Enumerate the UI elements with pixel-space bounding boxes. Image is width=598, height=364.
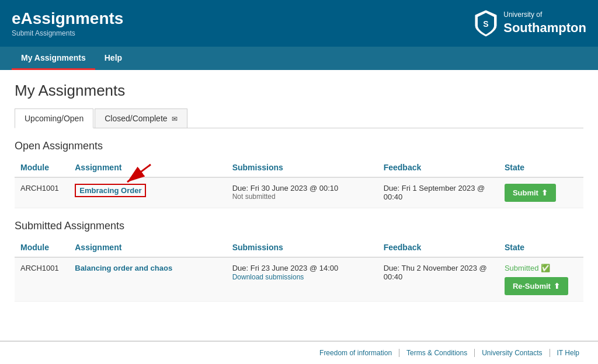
col-header-module: Module [15,158,69,177]
university-logo: S University of Southampton [473,9,586,38]
sub-col-header-feedback: Feedback [378,238,499,257]
sub-col-header-module: Module [15,238,69,257]
sub-col-header-submissions: Submissions [227,238,378,257]
page-footer: Freedom of information Terms & Condition… [0,341,598,364]
open-row-submissions: Due: Fri 30 June 2023 @ 00:10 Not submit… [227,177,378,208]
svg-text:S: S [484,19,489,29]
svg-line-2 [127,164,151,182]
submitted-assignments-section: Submitted Assignments Module Assignment … [15,220,583,302]
resubmit-button[interactable]: Re-Submit ⬆ [505,277,568,295]
university-name: University of Southampton [503,10,586,36]
nav-help[interactable]: Help [95,47,131,70]
footer-contacts[interactable]: University Contacts [475,349,550,357]
submitted-assignments-table: Module Assignment Submissions Feedback S… [15,238,583,302]
submit-button[interactable]: Submit ⬆ [505,184,556,202]
red-arrow-icon [121,162,157,185]
sub-row-feedback: Due: Thu 2 November 2023 @ 00:40 [378,257,499,302]
sub-row-assignment: Balancing order and chaos [69,257,226,302]
footer-terms[interactable]: Terms & Conditions [399,349,475,357]
nav-my-assignments[interactable]: My Assignments [12,47,95,70]
col-header-feedback: Feedback [378,158,499,177]
download-submissions-link[interactable]: Download submissions [232,273,304,281]
open-row-module: ARCH1001 [15,177,69,208]
sub-row-submissions: Due: Fri 23 June 2023 @ 14:00 Download s… [227,257,378,302]
shield-icon: S [473,9,499,38]
submitted-badge: Submitted ✅ [505,264,578,272]
main-content: My Assignments Upcoming/Open Closed/Comp… [0,70,598,329]
page-title: My Assignments [15,82,583,100]
sub-row-state: Submitted ✅ Re-Submit ⬆ [499,257,583,302]
open-assignments-table: Module Assignment Submissions Feedback S… [15,158,583,208]
navigation-bar: My Assignments Help [0,47,598,70]
check-icon: ✅ [541,264,550,272]
table-row: ARCH1001 Balancing order and chaos Due: … [15,257,583,302]
open-row-feedback: Due: Fri 1 September 2023 @ 00:40 [378,177,499,208]
header-subtitle: Submit Assignments [12,29,123,37]
university-southampton: Southampton [503,20,586,37]
open-assignments-title: Open Assignments [15,140,583,152]
col-header-state: State [499,158,583,177]
footer-freedom[interactable]: Freedom of information [312,349,399,357]
header-left: eAssignments Submit Assignments [12,9,123,37]
sub-col-header-state: State [499,238,583,257]
tab-bar: Upcoming/Open Closed/Complete ✉ [15,108,583,128]
footer-it-help[interactable]: IT Help [550,349,586,357]
submitted-assignments-title: Submitted Assignments [15,220,583,232]
not-submitted-label: Not submitted [232,192,372,201]
email-icon: ✉ [172,115,178,123]
table-row: ARCH1001 [15,177,583,208]
page-header: eAssignments Submit Assignments S Univer… [0,0,598,47]
assignment-arrow-container: Embracing Order [75,184,146,197]
open-table-header-row: Module Assignment Submissions Feedback S… [15,158,583,177]
sub-col-header-assignment: Assignment [69,238,226,257]
open-row-assignment: Embracing Order [69,177,226,208]
university-of: University of [503,10,586,20]
submitted-assignment-link[interactable]: Balancing order and chaos [75,264,172,272]
tab-upcoming-open[interactable]: Upcoming/Open [15,108,93,128]
sub-row-module: ARCH1001 [15,257,69,302]
open-row-state: Submit ⬆ [499,177,583,208]
submitted-table-header-row: Module Assignment Submissions Feedback S… [15,238,583,257]
app-title: eAssignments [12,9,123,28]
open-assignment-link[interactable]: Embracing Order [75,184,146,197]
col-header-submissions: Submissions [227,158,378,177]
open-assignments-section: Open Assignments Module Assignment Submi… [15,140,583,208]
tab-closed-complete[interactable]: Closed/Complete ✉ [95,108,187,128]
